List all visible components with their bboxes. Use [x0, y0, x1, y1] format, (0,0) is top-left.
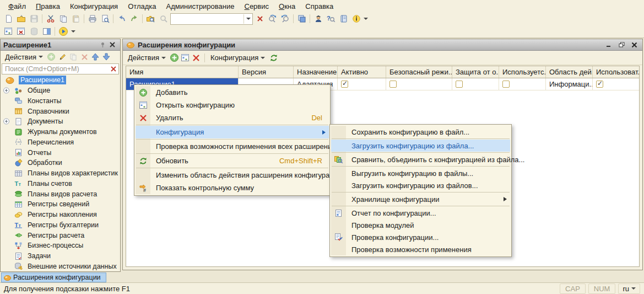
help-contents-icon[interactable] [337, 13, 350, 24]
debug-more-icon[interactable] [71, 30, 75, 33]
tree-item-common[interactable]: Общие [1, 85, 120, 96]
open-configuration-icon[interactable] [2, 26, 15, 37]
column-header-safe-mode[interactable]: Безопасный режи... [386, 66, 452, 78]
menu-item-show-checksum[interactable]: # Показать контрольную сумму [136, 181, 329, 194]
configuration-menu-button[interactable]: Конфигурация [208, 53, 267, 62]
column-header-use[interactable]: Использоват... [593, 66, 639, 78]
cell-active[interactable] [338, 78, 386, 90]
close-icon[interactable] [629, 41, 639, 49]
open-icon[interactable] [15, 13, 28, 24]
use-checkbox[interactable] [596, 81, 603, 88]
column-header-name[interactable]: Имя [126, 66, 239, 78]
cell-protection[interactable] [452, 78, 499, 90]
menu-item-add[interactable]: Добавить [136, 86, 329, 99]
menu-item-delete[interactable]: Удалить Del [136, 111, 329, 124]
move-up-icon[interactable] [91, 52, 100, 62]
tree-item-extension[interactable]: Расширение1 [1, 75, 120, 85]
menu-item-change-scope[interactable]: Изменить область действия расширения кон… [136, 169, 329, 181]
search-next-icon[interactable] [266, 13, 279, 24]
tree-item-accounting-registers[interactable]: Tт Регистры бухгалтерии [1, 220, 120, 231]
tree-item-information-registers[interactable]: Регистры сведений [1, 199, 120, 210]
expand-icon[interactable] [3, 88, 9, 94]
save-icon[interactable] [28, 13, 40, 24]
delete-icon[interactable] [80, 52, 89, 62]
help-search-icon[interactable]: ? [324, 13, 337, 24]
menu-item-refresh[interactable]: Обновить Cmd+Shift+R [136, 154, 329, 167]
tree-item-charts-of-characteristic-types[interactable]: Планы видов характеристик [1, 168, 120, 179]
undo-icon[interactable] [115, 13, 128, 24]
cut-icon[interactable] [44, 13, 57, 24]
tree-item-constants[interactable]: Константы [1, 96, 120, 106]
menu-edit[interactable]: Правка [31, 1, 65, 12]
pin-icon[interactable] [98, 41, 107, 49]
menu-service[interactable]: Сервис [240, 1, 274, 12]
search-previous-icon[interactable] [279, 13, 291, 24]
column-header-protection[interactable]: Защита от о... [452, 66, 499, 78]
active-checkbox[interactable] [341, 81, 348, 88]
restore-icon[interactable] [616, 41, 626, 49]
menu-item-open-configuration[interactable]: Открыть конфигурацию [136, 99, 329, 111]
tree-item-document-journals[interactable]: Журналы документов [1, 127, 120, 137]
menu-help[interactable]: Справка [300, 1, 338, 12]
submenu-item-configuration-report[interactable]: Отчет по конфигурации... [331, 207, 510, 219]
delete-extension-icon[interactable] [192, 53, 201, 62]
redo-icon[interactable] [128, 13, 140, 24]
cell-use[interactable] [593, 78, 639, 90]
tree-item-tasks[interactable]: Задачи [1, 251, 120, 261]
tree-item-calculation-registers[interactable]: Регистры расчета [1, 230, 120, 240]
column-header-scope[interactable]: Область дей... [546, 66, 593, 78]
column-header-used[interactable]: Используетс... [499, 66, 546, 78]
extensions-actions-button[interactable]: Действия [126, 53, 168, 62]
panel-close-icon[interactable] [107, 41, 117, 49]
cell-scope[interactable]: Информаци... [546, 78, 593, 90]
menu-debug[interactable]: Отладка [123, 1, 161, 12]
tree-item-accumulation-registers[interactable]: Регистры накопления [1, 210, 120, 220]
copy-add-icon[interactable] [69, 52, 78, 62]
submenu-item-compare-merge[interactable]: Сравнить, объединить с конфигурацией из … [331, 153, 510, 165]
tree-item-enumerations[interactable]: Перечисления [1, 137, 120, 148]
submenu-item-load-from-files[interactable]: Загрузить конфигурацию из файлов... [331, 179, 510, 191]
submenu-item-check-configuration[interactable]: Проверка конфигурации... [331, 231, 510, 243]
minimize-icon[interactable] [604, 41, 614, 49]
menu-configuration[interactable]: Конфигурация [65, 1, 123, 12]
add-extension-icon[interactable] [170, 53, 179, 62]
exchange-window-icon[interactable] [40, 26, 53, 37]
menu-item-configuration[interactable]: Конфигурация [136, 126, 329, 138]
info-icon[interactable] [350, 13, 362, 24]
add-icon[interactable] [47, 52, 56, 62]
toolbar-search-input[interactable] [171, 15, 243, 23]
tree-item-charts-of-accounts[interactable]: Tт Планы счетов [1, 179, 120, 189]
submenu-item-repository[interactable]: Хранилище конфигурации [331, 193, 510, 205]
actions-menu-button[interactable]: Действия [3, 52, 45, 62]
edit-icon[interactable] [58, 52, 67, 62]
column-header-active[interactable]: Активно [338, 66, 386, 78]
print-icon[interactable] [86, 13, 99, 24]
move-down-icon[interactable] [102, 52, 111, 62]
tree-item-reports[interactable]: Отчеты [1, 147, 120, 158]
windows-icon[interactable] [295, 13, 308, 24]
safe-mode-checkbox[interactable] [389, 81, 397, 88]
used-checkbox[interactable] [502, 81, 510, 88]
expand-icon[interactable] [3, 119, 9, 125]
cell-safe-mode[interactable] [386, 78, 452, 90]
submenu-item-save-to-file[interactable]: Сохранить конфигурацию в файл... [331, 126, 510, 138]
column-header-version[interactable]: Версия [239, 66, 294, 78]
syntax-helper-icon[interactable] [312, 13, 324, 24]
tree-item-documents[interactable]: Документы [1, 116, 120, 127]
tree-item-charts-of-calculation-types[interactable]: Планы видов расчета [1, 189, 120, 199]
metadata-search-input[interactable] [2, 65, 109, 73]
submenu-item-check-modules[interactable]: Проверка модулей [331, 219, 510, 231]
cell-used[interactable] [499, 78, 546, 90]
open-configuration-icon[interactable] [181, 53, 190, 62]
toolbar-more-icon[interactable] [364, 18, 368, 20]
tree-item-external-data-sources[interactable]: Внешние источники данных [1, 261, 120, 271]
print-preview-icon[interactable] [99, 13, 111, 24]
submenu-item-load-from-file[interactable]: Загрузить конфигурацию из файла... [331, 140, 510, 152]
language-indicator[interactable]: ru [618, 284, 640, 294]
submenu-item-check-applicability[interactable]: Проверка возможности применения [331, 243, 510, 255]
menu-item-check-apply-all[interactable]: Проверка возможности применения всех рас… [136, 140, 329, 153]
protection-checkbox[interactable] [456, 81, 463, 88]
copy-icon[interactable] [57, 13, 69, 24]
menu-file[interactable]: Файл [3, 1, 31, 12]
tab-extensions[interactable]: Расширения конфигурации [1, 272, 106, 282]
